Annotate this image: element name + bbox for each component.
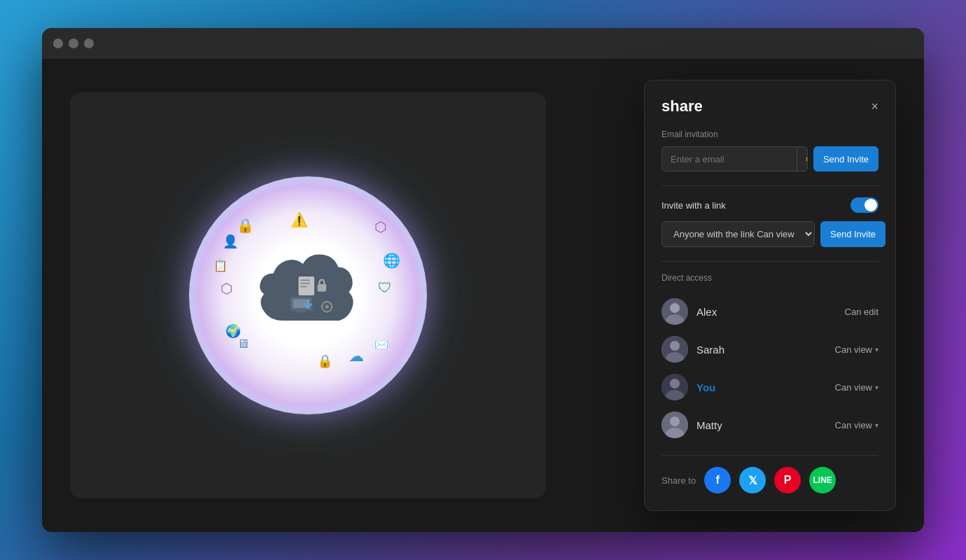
link-permission-dropdown[interactable]: Anyone with the link Can view Anyone wit…: [662, 221, 815, 247]
doc-icon: 📋: [214, 259, 227, 272]
svg-rect-3: [300, 286, 307, 288]
cloud-svg: [245, 232, 371, 358]
permission-dropdown[interactable]: can view ▾ can edit: [797, 147, 808, 171]
minimize-button[interactable]: [69, 38, 78, 48]
user-list: Alex Can edit Sarah Can view: [662, 293, 878, 444]
table-row: You Can view ▾: [662, 368, 878, 406]
send-link-invite-button[interactable]: Send Invite: [820, 221, 886, 247]
line-button[interactable]: LINE: [809, 467, 836, 493]
svg-rect-2: [300, 283, 310, 284]
title-bar: [42, 28, 924, 59]
pinterest-button[interactable]: P: [774, 467, 801, 493]
user-name-alex: Alex: [696, 306, 845, 318]
svg-point-15: [670, 303, 680, 313]
svg-rect-13: [330, 306, 333, 307]
chevron-down-icon: ▾: [875, 384, 878, 391]
user-name-matty: Matty: [696, 419, 835, 431]
chevron-down-icon: ▾: [875, 421, 878, 429]
svg-rect-11: [326, 311, 328, 314]
user-name-you: You: [696, 382, 835, 393]
hex-icon-1: ⬡: [374, 218, 386, 235]
email-input-group: can view ▾ can edit: [662, 146, 808, 172]
facebook-button[interactable]: f: [704, 467, 731, 493]
maximize-button[interactable]: [84, 38, 94, 48]
svg-rect-1: [300, 280, 310, 281]
twitter-button[interactable]: 𝕏: [739, 467, 766, 493]
table-row: Alex Can edit: [662, 293, 878, 330]
user-permission-you[interactable]: Can view ▾: [835, 382, 878, 393]
lock-icon: 🔒: [237, 217, 254, 234]
svg-rect-10: [326, 300, 328, 303]
share-header: share ×: [662, 97, 878, 115]
app-window: 🔒 ⚠️ ⬡ 🌐 🛡 ✉️ ☁ 🔒 🖥: [42, 28, 924, 532]
lock-icon-2: 🔒: [317, 354, 332, 369]
user-name-sarah: Sarah: [696, 344, 835, 356]
shield-icon: 🛡: [378, 280, 392, 296]
globe-icon-2: 🌍: [225, 323, 241, 339]
share-to-label: Share to: [662, 475, 696, 486]
globe-icon: 🌐: [383, 252, 400, 269]
cloud-icon-2: ☁: [349, 347, 364, 365]
avatar-alex: [662, 298, 688, 325]
cloud-circle: 🔒 ⚠️ ⬡ 🌐 🛡 ✉️ ☁ 🔒 🖥: [189, 176, 427, 414]
close-button[interactable]: [53, 38, 63, 48]
close-button[interactable]: ×: [871, 100, 878, 113]
email-input[interactable]: [662, 148, 797, 171]
content-area: 🔒 ⚠️ ⬡ 🌐 🛡 ✉️ ☁ 🔒 🖥: [70, 92, 546, 498]
avatar-sarah: [662, 336, 688, 363]
chevron-down-icon: ▾: [875, 346, 878, 354]
svg-point-24: [670, 416, 680, 426]
link-toggle[interactable]: [850, 197, 878, 213]
app-body: 🔒 ⚠️ ⬡ 🌐 🛡 ✉️ ☁ 🔒 🖥: [42, 59, 924, 532]
divider-2: [662, 261, 878, 262]
email-row: can view ▾ can edit Send Invite: [662, 146, 878, 172]
user-permission-matty[interactable]: Can view ▾: [835, 420, 878, 430]
direct-access-label: Direct access: [662, 273, 878, 283]
share-panel: share × Email invitation can view ▾ can …: [644, 80, 896, 511]
svg-point-9: [325, 305, 328, 309]
link-dropdown-row: Anyone with the link Can view Anyone wit…: [662, 221, 878, 247]
svg-point-21: [670, 379, 680, 388]
divider-1: [662, 186, 878, 186]
user-permission-sarah[interactable]: Can view ▾: [835, 344, 878, 355]
send-invite-button[interactable]: Send Invite: [813, 146, 878, 172]
cloud-illustration: 🔒 ⚠️ ⬡ 🌐 🛡 ✉️ ☁ 🔒 🖥: [189, 176, 427, 414]
monitor-icon: 🖥: [237, 337, 249, 351]
share-to-row: Share to f 𝕏 P LINE: [662, 467, 878, 493]
avatar-you: [662, 374, 688, 400]
user-icon: 👤: [223, 234, 238, 249]
svg-rect-7: [297, 311, 307, 313]
svg-rect-12: [321, 306, 323, 307]
share-title: share: [662, 97, 703, 115]
table-row: Sarah Can view ▾: [662, 330, 878, 368]
user-permission-alex: Can edit: [845, 307, 878, 317]
avatar-matty: [662, 412, 688, 438]
svg-point-18: [670, 341, 680, 351]
traffic-lights: [53, 38, 94, 48]
link-row: Invite with a link: [662, 197, 878, 213]
table-row: Matty Can view ▾: [662, 406, 878, 444]
invite-link-label: Invite with a link: [662, 200, 726, 211]
hex-icon-2: ⬡: [220, 280, 232, 297]
warning-icon: ⚠️: [290, 211, 308, 228]
email-section-label: Email invitation: [662, 130, 878, 139]
email-icon: ✉️: [374, 338, 388, 351]
svg-rect-4: [318, 284, 327, 292]
divider-3: [662, 455, 878, 456]
